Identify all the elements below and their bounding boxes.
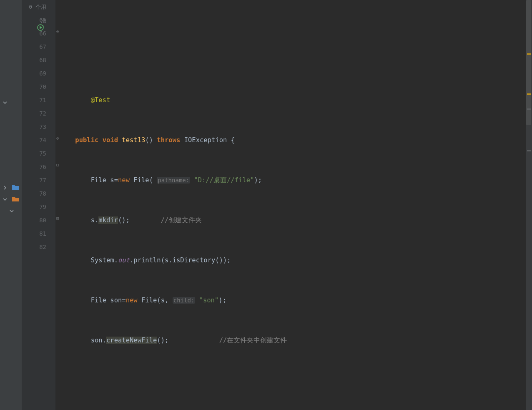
line-number[interactable]: 68 — [22, 53, 46, 67]
line-number[interactable]: 73 — [22, 120, 46, 133]
hint-marker[interactable] — [527, 108, 531, 110]
code-line[interactable] — [55, 53, 532, 67]
line-number[interactable]: 80 — [22, 214, 46, 227]
run-test-icon[interactable] — [37, 23, 45, 36]
hint-marker[interactable] — [527, 150, 531, 151]
code-editor[interactable]: ⊖ ⊖ ⊟ ⊟ @Test public void test13() throw… — [55, 0, 532, 410]
code-line[interactable]: public void test13() throws IOException … — [55, 133, 532, 147]
fold-collapse-icon[interactable]: ⊖ — [56, 25, 59, 38]
code-line[interactable]: File s=new File( pathname: "D://桌面//file… — [55, 174, 532, 187]
line-number[interactable]: 76 — [22, 160, 46, 174]
line-number[interactable]: 79 — [22, 200, 46, 214]
line-number[interactable]: 72 — [22, 107, 46, 120]
warning-marker[interactable] — [527, 53, 531, 55]
line-number[interactable]: 69 — [22, 67, 46, 80]
code-line[interactable]: s.mkdir(); //创建文件夹 — [55, 214, 532, 227]
chevron-right-icon[interactable] — [3, 184, 8, 189]
line-number[interactable]: 82 — [22, 240, 46, 254]
line-number[interactable]: 67 — [22, 40, 46, 53]
code-line[interactable]: System.out.println(s.isDirectory()); — [55, 254, 532, 267]
editor-area: 0 个用法 65 66 67 68 69 70 71 72 73 74 75 7… — [0, 0, 532, 410]
chevron-down-icon[interactable] — [9, 208, 14, 213]
code-line[interactable]: File son=new File(s, child: "son"); — [55, 294, 532, 307]
line-number[interactable]: 0 个用法 — [22, 0, 46, 13]
line-number[interactable]: 74 — [22, 133, 46, 147]
line-number[interactable]: 77 — [22, 174, 46, 187]
editor-marker-strip[interactable] — [526, 0, 532, 410]
chevron-down-icon[interactable] — [3, 99, 8, 104]
line-number[interactable]: 71 — [22, 93, 46, 107]
line-number[interactable]: 78 — [22, 187, 46, 200]
folder-icon[interactable] — [12, 184, 19, 192]
warning-marker[interactable] — [527, 93, 531, 95]
code-line[interactable] — [55, 374, 532, 387]
project-strip[interactable] — [0, 0, 22, 410]
line-number[interactable]: 70 — [22, 80, 46, 93]
fold-expand-icon[interactable]: ⊟ — [56, 158, 59, 172]
line-number[interactable]: 75 — [22, 147, 46, 160]
scrollbar-thumb[interactable] — [526, 0, 531, 125]
line-number[interactable]: 81 — [22, 227, 46, 240]
chevron-down-icon[interactable] — [3, 196, 8, 201]
folder-root-icon[interactable] — [12, 196, 19, 204]
code-line[interactable]: son.createNewFile(); //在文件夹中创建文件 — [55, 334, 532, 347]
line-gutter[interactable]: 0 个用法 65 66 67 68 69 70 71 72 73 74 75 7… — [22, 0, 55, 410]
code-line[interactable]: @Test — [55, 93, 532, 107]
